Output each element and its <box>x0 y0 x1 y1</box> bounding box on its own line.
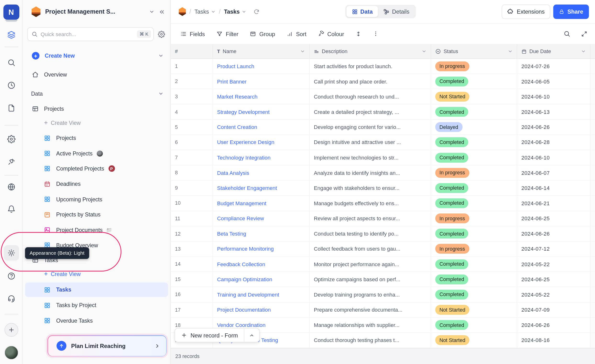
layers-icon[interactable] <box>7 31 15 39</box>
due-date-value[interactable]: 2024-06-25 <box>521 276 550 282</box>
row-number[interactable]: 10 <box>175 200 181 206</box>
sidebar-view-upcoming-projects[interactable]: Upcoming Projects <box>23 192 170 207</box>
due-date-value[interactable]: 2024-07-26 <box>521 63 550 69</box>
gear-icon[interactable] <box>158 31 165 38</box>
status-badge[interactable]: Completed <box>435 137 468 147</box>
chevron-down-icon[interactable] <box>149 9 154 14</box>
due-date-value[interactable]: 2024-07-09 <box>521 307 550 313</box>
record-description[interactable]: Collect feedback from users to gau... <box>314 246 400 252</box>
sidebar-view-overdue-tasks[interactable]: Overdue Tasks <box>23 313 170 328</box>
row-number[interactable]: 17 <box>175 307 181 313</box>
new-record-button[interactable]: New record - Form <box>175 328 259 342</box>
search-records-button[interactable] <box>563 30 570 37</box>
due-date-value[interactable]: 2024-06-10 <box>521 94 550 99</box>
status-badge[interactable]: Completed <box>435 320 468 330</box>
gear-icon[interactable] <box>7 135 15 143</box>
row-number[interactable]: 12 <box>175 231 181 237</box>
extensions-button[interactable]: Extensions <box>502 4 551 19</box>
sidebar-view-deadlines[interactable]: Deadlines <box>23 177 170 192</box>
status-badge[interactable]: Completed <box>435 275 468 284</box>
status-badge[interactable]: In progress <box>435 213 469 223</box>
record-name-link[interactable]: Vendor Coordination <box>217 322 265 328</box>
record-name-link[interactable]: Performance Monitoring <box>217 246 274 252</box>
due-date-value[interactable]: 2024-06-05 <box>521 78 550 84</box>
quick-search[interactable]: ⌘ K <box>27 27 154 41</box>
row-number[interactable]: 11 <box>175 216 180 221</box>
create-view-button[interactable]: +Create View <box>23 115 170 130</box>
column-header-name[interactable]: T Name <box>213 44 310 58</box>
bell-icon[interactable] <box>7 205 15 213</box>
record-name-link[interactable]: Campaign Optimization <box>217 276 272 282</box>
more-options-button[interactable] <box>373 31 379 37</box>
record-description[interactable]: Call print shop and place order. <box>314 78 387 84</box>
chevron-down-icon[interactable] <box>421 49 426 54</box>
expand-view-button[interactable] <box>581 31 587 37</box>
record-description[interactable]: Implement new technologies to str... <box>314 154 398 160</box>
status-badge[interactable]: Not Started <box>435 92 470 102</box>
globe-icon[interactable] <box>7 183 15 191</box>
sidebar-view-project-documents[interactable]: Project Documents📁 <box>23 222 170 238</box>
file-icon[interactable] <box>7 104 15 112</box>
sidebar-view-completed-projects[interactable]: Completed ProjectsP <box>23 161 170 176</box>
row-number[interactable]: 6 <box>175 139 178 145</box>
record-name-link[interactable]: Technology Integration <box>217 154 270 160</box>
record-description[interactable]: Prepare comprehensive documenta... <box>314 307 402 313</box>
record-description[interactable]: Develop engaging content for vario... <box>314 124 401 130</box>
record-description[interactable]: Conduct thorough research to und... <box>314 94 399 99</box>
row-number[interactable]: 13 <box>175 246 181 252</box>
due-date-value[interactable]: 2024-06-14 <box>521 185 550 191</box>
status-badge[interactable]: Not Started <box>435 335 470 345</box>
status-badge[interactable]: In progress <box>435 244 469 254</box>
sidebar-view-active-projects[interactable]: Active Projects <box>23 146 170 161</box>
create-new-button[interactable]: + Create New <box>23 49 170 62</box>
row-number[interactable]: 2 <box>175 79 178 84</box>
record-name-link[interactable]: Data Analysis <box>217 170 249 176</box>
breadcrumb-table[interactable]: Tasks <box>194 8 215 15</box>
new-record-options-button[interactable] <box>244 328 259 342</box>
chevron-down-icon[interactable] <box>508 49 513 54</box>
row-number[interactable]: 7 <box>175 155 178 160</box>
record-name-link[interactable]: Compliance Review <box>217 215 264 221</box>
record-name-link[interactable]: Strategy Development <box>217 109 270 115</box>
plan-limit-banner[interactable]: Plan Limit Reaching <box>47 335 167 357</box>
fields-button[interactable]: Fields <box>180 31 205 37</box>
row-number[interactable]: 16 <box>175 292 181 297</box>
due-date-value[interactable]: 2024-05-22 <box>521 292 550 297</box>
record-description[interactable]: Monitor project performance again... <box>314 261 399 267</box>
search-icon[interactable] <box>7 58 15 67</box>
row-number[interactable]: 14 <box>175 261 181 267</box>
row-number[interactable]: 9 <box>175 185 178 191</box>
due-date-value[interactable]: 2024-06-26 <box>521 124 550 130</box>
due-date-value[interactable]: 2024-07-12 <box>521 246 550 252</box>
help-icon[interactable] <box>7 272 15 280</box>
status-badge[interactable]: Completed <box>435 229 468 239</box>
appearance-toggle[interactable] <box>4 245 19 261</box>
share-button[interactable]: Share <box>553 4 589 19</box>
row-number[interactable]: 18 <box>175 322 181 328</box>
row-number[interactable]: 8 <box>175 170 178 176</box>
status-badge[interactable]: Completed <box>435 290 468 299</box>
column-header-due-date[interactable]: Due Date <box>517 44 590 58</box>
record-description[interactable]: Review all project aspects to ensur... <box>314 215 400 221</box>
status-badge[interactable]: Completed <box>435 259 468 269</box>
due-date-value[interactable]: 2024-05-22 <box>521 261 550 267</box>
record-name-link[interactable]: Training and Development <box>217 292 279 297</box>
create-view-button[interactable]: +Create View <box>23 267 170 282</box>
record-description[interactable]: Engage with stakeholders to ensur... <box>314 185 399 191</box>
nocodb-logo[interactable]: N <box>3 5 19 20</box>
record-description[interactable]: Analyze data to identify insights an... <box>314 170 400 176</box>
status-badge[interactable]: Delayed <box>435 122 462 132</box>
tab-details[interactable]: Details <box>378 6 415 17</box>
chevron-down-icon[interactable] <box>581 49 586 54</box>
sort-button[interactable]: Sort <box>286 31 306 37</box>
record-name-link[interactable]: Project Documentation <box>217 307 271 313</box>
user-avatar[interactable] <box>4 346 18 359</box>
due-date-value[interactable]: 2024-08-16 <box>521 337 550 343</box>
tab-data[interactable]: Data <box>346 6 378 17</box>
section-data[interactable]: Data <box>23 87 170 100</box>
sidebar-view-tasks[interactable]: Tasks <box>25 282 168 297</box>
status-badge[interactable]: Completed <box>435 183 468 193</box>
group-button[interactable]: Group <box>250 31 275 37</box>
record-name-link[interactable]: Print Banner <box>217 78 247 84</box>
status-badge[interactable]: Completed <box>435 76 468 86</box>
